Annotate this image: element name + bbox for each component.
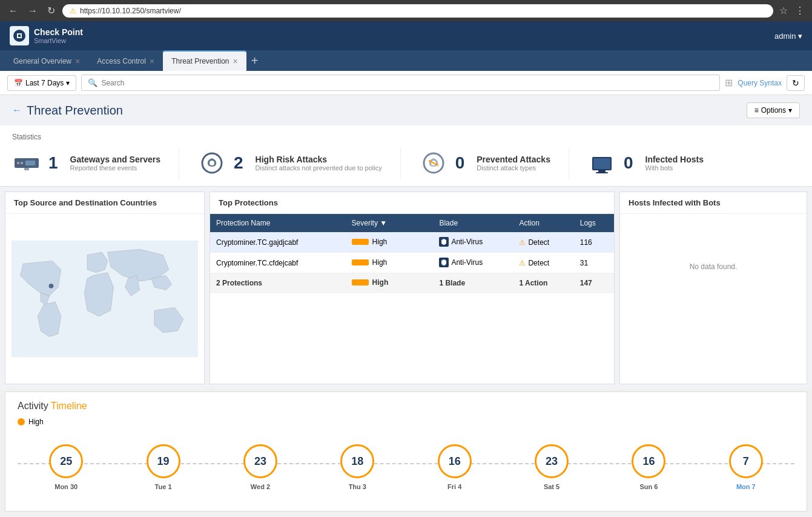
options-label: Options [761,106,786,115]
chevron-down-icon: ▾ [66,79,70,87]
map-panel-title: Top Source and Destination Countries [5,192,204,214]
tab-access[interactable]: Access Control × [88,50,163,71]
toolbar: 📅 Last 7 Days ▾ 🔍 ⊞ Query Syntax ↻ [0,71,812,95]
tabs-bar: General Overview × Access Control × Thre… [0,50,812,71]
map-panel: Top Source and Destination Countries [5,192,205,384]
timeline-point-sun6: 16 Sun 6 [632,444,665,490]
row2-name: Cryptominer.TC.cfdejcabf [210,253,346,273]
table-row[interactable]: Cryptominer.TC.gajdjcabf High [210,232,614,253]
timeline-node-mon30[interactable]: 25 [49,444,83,478]
timeline-label-sat5: Sat 5 [544,483,559,490]
timeline-point-mon7: 7 Mon 7 [729,444,763,490]
svg-point-2 [17,162,19,164]
tab-access-close[interactable]: × [150,56,154,66]
table-row[interactable]: Cryptominer.TC.cfdejcabf High [210,253,614,273]
browser-chrome: ← → ↻ ⚠ https://10.10.10.250/smartview/ … [0,0,812,21]
prevented-number: 0 [455,153,465,173]
query-syntax-link[interactable]: Query Syntax [738,79,782,87]
user-menu[interactable]: admin ▾ [774,32,802,41]
timeline-node-mon7[interactable]: 7 [729,444,763,478]
stat-prevented: 0 Prevented Attacks Distinct attack type… [400,147,569,179]
stats-cards: 1 Gateways and Servers Reported these ev… [12,147,800,179]
add-tab-button[interactable]: + [246,52,263,70]
tab-threat-close[interactable]: × [233,56,238,66]
app-logo: Check Point SmartView [10,26,83,45]
shield-icon2 [439,258,449,267]
prevented-text: Prevented Attacks Distinct attack types [477,155,550,172]
date-range-button[interactable]: 📅 Last 7 Days ▾ [7,75,76,91]
browser-actions: ☆ ⋮ [777,4,807,18]
security-warning: ⚠ [70,7,76,15]
back-page-button[interactable]: ← [12,105,22,116]
timeline-title: Activity Timeline [18,401,794,412]
timeline-point-fri4: 16 Fri 4 [438,444,472,490]
refresh-button[interactable]: ↻ [787,75,805,91]
svg-rect-12 [593,158,610,169]
reload-button[interactable]: ↻ [44,4,59,18]
stat-gateways: 1 Gateways and Servers Reported these ev… [12,147,179,179]
action-label: Detect [528,238,549,247]
timeline-node-sat5[interactable]: 23 [535,444,569,478]
menu-icon[interactable]: ⋮ [793,4,807,18]
map-container [5,214,204,384]
col-logs: Logs [574,214,614,232]
timeline-label-sun6: Sun 6 [639,483,658,490]
infected-sub: With bots [645,164,704,172]
timeline-label-mon30: Mon 30 [54,483,78,490]
row2-action: ⚠ Detect [513,253,573,273]
gateways-number: 1 [48,153,58,173]
back-button[interactable]: ← [5,4,22,18]
detect-warning-icon: ⚠ [519,238,526,247]
timeline-node-wed2[interactable]: 23 [243,444,277,478]
search-icon: 🔍 [88,78,97,87]
options-button[interactable]: ≡ Options ▾ [747,102,800,118]
tab-general[interactable]: General Overview × [5,50,88,71]
col-blade: Blade [433,214,513,232]
gateways-sub: Reported these events [70,164,160,172]
url-text: https://10.10.10.250/smartview/ [80,7,181,15]
timeline-legend: High [18,418,794,426]
options-chevron-icon: ▾ [788,106,792,115]
timeline-node-thu3[interactable]: 18 [340,444,374,478]
timeline-node-fri4[interactable]: 16 [438,444,472,478]
timeline-node-sun6[interactable]: 16 [632,444,665,478]
tab-general-close[interactable]: × [75,56,80,66]
infected-number: 0 [624,153,633,173]
timeline-label-thu3: Thu 3 [349,483,366,490]
tab-threat[interactable]: Threat Prevention × [163,50,246,71]
timeline-label-mon7: Mon 7 [736,483,756,490]
gateways-text: Gateways and Servers Reported these even… [70,155,160,172]
forward-button[interactable]: → [24,4,41,18]
col-severity[interactable]: Severity ▼ [346,214,416,232]
logo-icon [10,26,29,45]
panels-row: Top Source and Destination Countries [0,187,812,389]
timeline-label-fri4: Fri 4 [447,483,461,490]
col-action: Action [513,214,573,232]
timeline-label-wed2: Wed 2 [251,483,270,490]
severity-label: High [372,238,388,246]
svg-rect-13 [598,170,606,172]
row2-logs: 31 [574,253,614,273]
highrisk-number: 2 [234,153,243,173]
infected-text: Infected Hosts With bots [645,155,704,172]
timeline-highlight: Timeline [51,401,87,411]
row2-blade: Anti-Virus [433,253,513,273]
search-input[interactable] [101,79,713,87]
star-icon[interactable]: ☆ [777,4,790,18]
summary-logs: 147 [574,273,614,293]
stat-highrisk: 2 High Risk Attacks Distinct attacks not… [179,147,400,179]
svg-point-16 [49,284,54,289]
table-row-summary: 2 Protections High 1 Blade 1 Action 147 [210,273,614,293]
blade-name2: Anti-Virus [451,258,483,267]
timeline-label-tue1: Tue 1 [155,483,172,490]
severity-bar-high [352,239,369,245]
page-title: Threat Prevention [27,104,123,118]
summary-action: 1 Action [513,273,573,293]
action-label2: Detect [528,259,549,267]
protections-panel-title: Top Protections [210,192,614,214]
address-bar[interactable]: ⚠ https://10.10.10.250/smartview/ [62,4,773,18]
timeline-node-tue1[interactable]: 19 [147,444,180,478]
menu-lines-icon: ≡ [754,106,759,115]
date-range-label: Last 7 Days [25,79,64,87]
timeline-container: 25 Mon 30 19 Tue 1 23 Wed 2 18 Thu 3 16 … [18,438,794,502]
